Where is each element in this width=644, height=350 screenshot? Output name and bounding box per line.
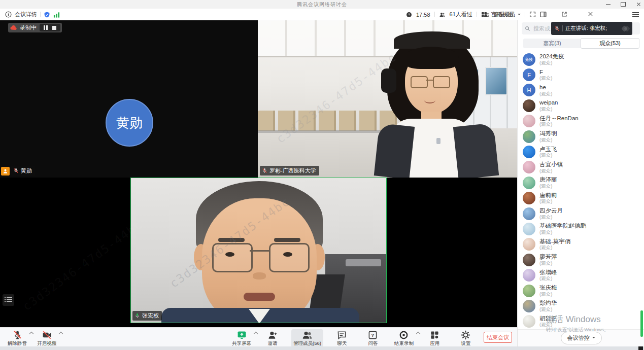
meeting-control-button[interactable]: 会议管控: [561, 332, 602, 344]
popout-panel-icon[interactable]: [561, 11, 567, 17]
menu-icon[interactable]: [632, 12, 639, 18]
list-item[interactable]: 卢玉飞(观众): [518, 144, 644, 159]
audience-tabs: 嘉宾(3)观众(53): [523, 39, 639, 48]
chevron-up-icon[interactable]: [416, 332, 420, 336]
security-shield-icon[interactable]: [44, 11, 50, 18]
maximize-button[interactable]: [616, 0, 630, 9]
list-view-toggle-icon[interactable]: [3, 294, 14, 306]
chevron-up-icon[interactable]: [29, 332, 33, 336]
taskbar-corner: [638, 346, 643, 350]
avatar-photo: [523, 130, 535, 143]
list-item[interactable]: 古宜小镇(观众): [518, 160, 644, 175]
toolbar-center-group: 共享屏幕邀请管理成员(56)聊天?问答结束录制应用设置: [229, 329, 478, 348]
close-panel-icon[interactable]: [588, 11, 593, 17]
minimize-button[interactable]: [601, 0, 615, 9]
toolbar-button-invite[interactable]: 邀请: [260, 329, 285, 348]
member-role: (观众): [539, 153, 557, 158]
list-item[interactable]: 免疫2024免疫(观众): [518, 52, 644, 67]
member-name: 唐莉莉: [539, 192, 557, 199]
avatar-photo: [523, 146, 535, 158]
chat-icon: [337, 330, 347, 340]
participant-name-label: 张宏权: [132, 311, 162, 321]
list-item[interactable]: 张增峰(观众): [518, 267, 644, 283]
top-toolbar: 会议详情 17:58 61人看过 宫格视图 管理成员: [0, 9, 644, 20]
video-tile-luobin[interactable]: 罗彬-广西医科大学: [258, 20, 517, 178]
member-name: 彭灼华: [539, 300, 557, 306]
chevron-up-icon[interactable]: [254, 332, 258, 336]
tab-guests[interactable]: 嘉宾(3): [523, 39, 581, 48]
video-tile-huangxun[interactable]: 黄勋 黄勋: [0, 20, 258, 178]
clock-icon: [406, 12, 412, 18]
member-role: (观众): [539, 184, 557, 189]
member-list: 免疫2024免疫(观众)FF(观众)Hhe(观众)weipan(观众)任丹～Re…: [518, 52, 644, 330]
sidebar-footer: 会议管控: [518, 329, 644, 346]
members-icon: [302, 330, 312, 340]
pause-recording-button[interactable]: [44, 25, 48, 30]
list-item[interactable]: FF(观众): [518, 67, 644, 82]
avatar-photo: [523, 177, 535, 189]
meeting-logo-icon: [622, 26, 629, 31]
participant-name-label: 黄勋: [11, 166, 35, 176]
video-grid: 黄勋 黄勋: [0, 20, 517, 327]
toolbar-button-record[interactable]: 结束录制: [392, 329, 416, 348]
list-item[interactable]: 唐莉莉(观众): [518, 191, 644, 206]
avatar-photo: [523, 315, 535, 328]
list-item[interactable]: 廖芳萍(观众): [518, 252, 644, 267]
divider: [40, 12, 41, 17]
toolbar-button-members[interactable]: 管理成员(56): [291, 329, 323, 348]
list-item[interactable]: 基础-莫宇俏(观众): [518, 237, 644, 252]
avatar-photo: [523, 161, 535, 173]
tab-audience[interactable]: 观众(53): [581, 38, 639, 49]
toolbar-button-qa[interactable]: ?问答: [361, 329, 385, 348]
toolbar-button-apps[interactable]: 应用: [423, 329, 447, 348]
avatar-photo: [523, 207, 535, 220]
member-name: he: [539, 84, 552, 91]
side-panel-icon[interactable]: [540, 11, 547, 18]
member-name: 张增峰: [539, 269, 557, 276]
mic-off-icon: [13, 330, 22, 340]
list-item[interactable]: 张庆梅(观众): [518, 283, 644, 298]
avatar-photo: [523, 254, 535, 266]
toolbar-button-chat[interactable]: 聊天: [330, 329, 354, 348]
video-feed: [258, 20, 517, 178]
member-role: (观众): [539, 122, 579, 127]
list-item[interactable]: weipan(观众): [518, 98, 644, 113]
end-meeting-button[interactable]: 结束会议: [484, 332, 512, 343]
list-item[interactable]: 基础医学院赵德鹏(观众): [518, 221, 644, 236]
divider: [434, 12, 435, 17]
member-name: 张庆梅: [539, 285, 557, 291]
list-item[interactable]: 冯秀明(观众): [518, 129, 644, 144]
video-tile-zhanghongquan-speaking[interactable]: 张宏权: [130, 178, 387, 323]
avatar-photo: [523, 223, 535, 235]
list-item[interactable]: 任丹～RenDan(观众): [518, 114, 644, 129]
avatar-photo: [523, 300, 535, 312]
list-item[interactable]: 彭灼华(观众): [518, 298, 644, 313]
list-item[interactable]: Hhe(观众): [518, 83, 644, 98]
divider: [477, 12, 477, 17]
meeting-details-link[interactable]: 会议详情: [15, 11, 37, 18]
toolbar-button-camera-off[interactable]: 开启视频: [35, 329, 59, 348]
network-signal-icon[interactable]: [53, 12, 60, 18]
close-button[interactable]: [631, 0, 644, 9]
camera-off-icon: [42, 330, 52, 340]
toolbar-button-mic-off[interactable]: 解除静音: [5, 329, 29, 348]
member-role: (观众): [539, 276, 557, 281]
mic-active-icon: [134, 313, 140, 319]
viewers-count[interactable]: 61人看过: [450, 11, 472, 18]
member-name: 2024免疫: [539, 53, 564, 60]
toolbar-button-settings[interactable]: 设置: [454, 329, 478, 348]
member-role: (观众): [539, 307, 557, 312]
list-item[interactable]: 四夕云月(观众): [518, 206, 644, 221]
member-name: 廖芳萍: [539, 254, 557, 260]
info-icon: [5, 11, 12, 18]
fullscreen-icon[interactable]: [529, 11, 536, 18]
member-role: (观众): [539, 107, 558, 112]
list-item[interactable]: 唐泽丽(观众): [518, 175, 644, 190]
scrollbar-thumb[interactable]: [640, 310, 643, 337]
list-item[interactable]: 胡廷正(观众): [518, 314, 644, 329]
chevron-down-icon: [592, 337, 595, 340]
chevron-up-icon[interactable]: [59, 332, 63, 336]
member-name: 冯秀明: [539, 130, 557, 137]
stop-recording-button[interactable]: [52, 26, 56, 30]
toolbar-button-share-screen[interactable]: 共享屏幕: [229, 329, 254, 348]
